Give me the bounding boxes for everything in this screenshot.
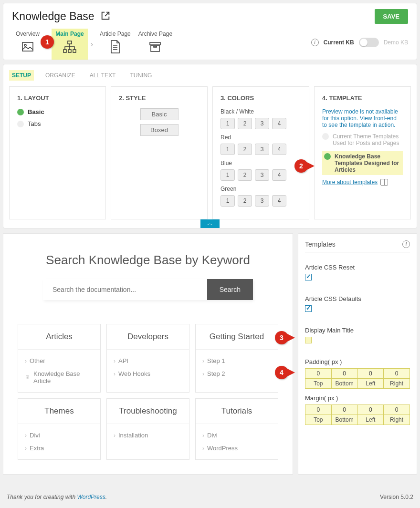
category-item[interactable]: ›Extra <box>25 442 94 455</box>
layout-basic[interactable]: Basic <box>17 108 98 115</box>
version-label: Version 5.0.2 <box>380 494 413 500</box>
category-title: Getting Started <box>196 324 278 350</box>
color-red-1[interactable]: 1 <box>220 144 235 155</box>
tab-main-page[interactable]: Main Page <box>52 29 87 60</box>
color-red-4[interactable]: 4 <box>272 144 286 155</box>
padding-table[interactable]: 0000 TopBottomLeftRight <box>305 368 410 389</box>
category-title: Themes <box>18 399 100 424</box>
category-box: Themes›Divi›Extra <box>18 398 101 460</box>
preview-pane: Search Knowledge Base by Keyword Search … <box>3 233 293 475</box>
collapse-toggle[interactable]: ︿ <box>200 219 220 228</box>
more-about-templates-link[interactable]: More about templates <box>322 179 378 186</box>
category-item[interactable]: ›Web Hooks <box>114 367 182 380</box>
color-red-3[interactable]: 3 <box>255 144 269 155</box>
tab-overview[interactable]: Overview <box>12 29 43 60</box>
subtab-tuning[interactable]: TUNING <box>127 70 155 81</box>
category-item[interactable]: ›Divi <box>202 429 271 442</box>
search-input[interactable] <box>43 279 207 300</box>
category-title: Articles <box>18 324 100 350</box>
svg-rect-2 <box>68 41 72 44</box>
category-item[interactable]: ›API <box>114 354 182 367</box>
category-box: Troubleshooting›Installation <box>106 398 189 460</box>
svg-rect-8 <box>154 46 157 47</box>
margin-table[interactable]: 0000 TopBottomLeftRight <box>305 404 410 425</box>
template-note: Preview mode is not available for this o… <box>322 108 403 128</box>
main-tabs: Overview › Main Page › Article Page Arch… <box>12 29 176 60</box>
header-area: Knowledge Base SAVE Overview › Main Page… <box>3 3 417 60</box>
color-bw-2[interactable]: 2 <box>238 118 252 129</box>
color-bw-4[interactable]: 4 <box>272 118 286 129</box>
book-icon <box>380 179 388 186</box>
layout-tabs[interactable]: Tabs <box>17 120 98 127</box>
gallery-icon <box>20 39 35 54</box>
category-item[interactable]: ›Step 2 <box>202 367 271 380</box>
footer: Thank you for creating with WordPress. V… <box>3 475 417 505</box>
display-main-title-checkbox[interactable] <box>305 337 312 343</box>
callout-3: 3 <box>275 331 288 344</box>
category-box: Getting Started›Step 1›Step 2 <box>195 324 278 393</box>
category-item[interactable]: ›Other <box>25 354 94 367</box>
category-item[interactable]: ›WordPress <box>202 442 271 455</box>
external-link-icon[interactable] <box>100 10 111 22</box>
category-box: Developers›API›Web Hooks <box>106 324 189 393</box>
chevron-right-icon: › <box>25 445 27 452</box>
css-defaults-checkbox[interactable] <box>305 305 312 312</box>
tab-archive-page[interactable]: Archive Page <box>135 29 176 60</box>
sitemap-icon <box>62 39 77 54</box>
color-green-4[interactable]: 4 <box>272 195 286 207</box>
callout-2: 2 <box>294 159 308 173</box>
css-reset-checkbox[interactable] <box>305 274 312 280</box>
category-box: Tutorials›Divi›WordPress <box>195 398 278 460</box>
style-boxed-button[interactable]: Boxed <box>140 124 178 136</box>
panel-style: 2. STYLE Basic Boxed <box>111 86 208 219</box>
category-box: Articles›Other🗎Knowledge Base Article <box>18 324 101 393</box>
color-blue-2[interactable]: 2 <box>238 169 252 181</box>
chevron-right-icon: › <box>202 445 204 452</box>
wordpress-link[interactable]: WordPress <box>77 494 105 500</box>
kb-toggle[interactable] <box>359 38 379 47</box>
category-item[interactable]: ›Installation <box>114 429 182 442</box>
color-blue-1[interactable]: 1 <box>220 169 235 181</box>
category-item[interactable]: ›Step 1 <box>202 354 271 367</box>
subtab-setup[interactable]: SETUP <box>9 70 34 81</box>
template-opt-kb-templates[interactable]: Knowledge Base Templates Designed for Ar… <box>322 151 403 175</box>
color-bw-3[interactable]: 3 <box>255 118 269 129</box>
search-button[interactable]: Search <box>207 279 253 300</box>
chevron-right-icon: › <box>202 358 204 364</box>
info-icon[interactable]: i <box>402 240 410 248</box>
chevron-right-icon: › <box>88 40 96 49</box>
category-title: Tutorials <box>196 399 278 424</box>
color-blue-3[interactable]: 3 <box>255 169 269 181</box>
chevron-right-icon: › <box>202 432 204 439</box>
current-kb-label: Current KB <box>324 39 354 46</box>
callout-1: 1 <box>41 35 54 49</box>
chevron-right-icon: › <box>114 432 116 439</box>
svg-rect-3 <box>63 50 66 52</box>
color-blue-4[interactable]: 4 <box>272 169 286 181</box>
save-button[interactable]: SAVE <box>375 9 408 24</box>
category-title: Troubleshooting <box>107 399 189 424</box>
template-opt-current-theme[interactable]: Current Theme Templates Used for Posts a… <box>322 133 403 146</box>
style-basic-button[interactable]: Basic <box>140 108 178 120</box>
chevron-right-icon: › <box>202 371 204 377</box>
category-item[interactable]: ›Divi <box>25 429 94 442</box>
panel-template: 4. TEMPLATE Preview mode is not availabl… <box>314 86 411 219</box>
category-item[interactable]: 🗎Knowledge Base Article <box>25 367 94 387</box>
subtab-alltext[interactable]: ALL TEXT <box>87 70 119 81</box>
color-green-3[interactable]: 3 <box>255 195 269 207</box>
chevron-right-icon: › <box>114 358 116 364</box>
demo-kb-label: Demo KB <box>384 39 408 46</box>
subtab-organize[interactable]: ORGANIZE <box>42 70 78 81</box>
svg-rect-5 <box>73 50 76 52</box>
archive-icon <box>147 39 163 54</box>
callout-4: 4 <box>275 366 288 379</box>
color-green-2[interactable]: 2 <box>238 195 252 207</box>
color-bw-1[interactable]: 1 <box>220 118 235 129</box>
color-green-1[interactable]: 1 <box>220 195 235 207</box>
color-red-2[interactable]: 2 <box>238 144 252 155</box>
svg-rect-4 <box>68 50 71 52</box>
info-icon[interactable]: i <box>311 39 319 46</box>
tab-article-page[interactable]: Article Page <box>96 29 135 60</box>
svg-rect-0 <box>22 42 33 51</box>
panel-colors: 3. COLORS Black / White1234 Red1234 Blue… <box>212 86 309 219</box>
